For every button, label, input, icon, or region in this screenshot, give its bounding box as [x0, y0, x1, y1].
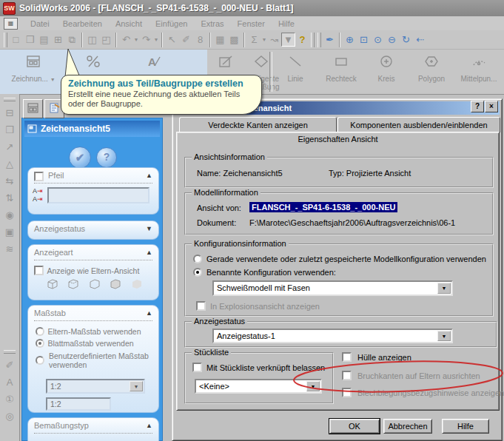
massstab-group-header[interactable]: Maßstab ▲ — [34, 306, 152, 321]
collapse-icon[interactable]: ▲ — [146, 245, 152, 260]
tab-eigenschaften-ansicht[interactable]: Eigenschaften Ansicht — [177, 135, 499, 144]
crop-view-icon[interactable]: ▣ — [2, 225, 17, 240]
dialog-help-button[interactable]: ? — [471, 101, 484, 112]
open-icon[interactable]: ❒ — [23, 33, 37, 47]
tab-verdeckte-kanten[interactable]: Verdeckte Kanten anzeigen — [179, 117, 337, 132]
redo-icon[interactable]: ↷ — [139, 33, 153, 47]
toolbar-grip[interactable] — [4, 33, 7, 47]
collapse-icon[interactable]: ▲ — [146, 306, 152, 320]
detail-view-icon[interactable]: ◉ — [2, 208, 17, 223]
hidden-lines-visible-icon[interactable] — [65, 277, 80, 294]
shaded-with-edges-icon[interactable] — [107, 277, 122, 294]
model-view-icon[interactable]: ❒ — [2, 123, 17, 138]
dropdown-arrow-icon[interactable]: ▼ — [437, 283, 451, 294]
scale-dropdown[interactable]: 1:2 ▼ — [46, 379, 145, 394]
konfiguration-dropdown[interactable]: Schweißmodell mit Fasen ▼ — [212, 280, 453, 296]
toolbar-grip[interactable] — [317, 33, 321, 47]
note-icon[interactable]: A — [2, 375, 17, 390]
zeichnung-button[interactable]: Zeichnun... ▼ — [6, 52, 61, 92]
benannte-konfiguration-radio[interactable] — [193, 268, 202, 277]
menu-fenster[interactable]: Fenster — [231, 18, 272, 30]
benutzerdefiniert-radio[interactable] — [36, 356, 44, 365]
new-document-icon[interactable]: □ — [9, 33, 23, 47]
select-icon[interactable]: ↖ — [165, 33, 179, 47]
close-icon[interactable]: × — [485, 101, 498, 112]
annotation-pencil-icon[interactable]: ✐ — [2, 358, 17, 373]
drawing-sheet-icon[interactable]: ⊞ — [51, 33, 65, 47]
dropdown-arrow-icon[interactable]: ▼ — [130, 381, 143, 391]
anzeigestatus-dropdown[interactable]: Anzeigestatus-1 ▼ — [212, 329, 453, 343]
zoom-inout-icon[interactable]: ⊙ — [371, 33, 385, 47]
update-view-icon[interactable]: ↝ — [267, 33, 281, 47]
pfeil-text-input[interactable] — [47, 187, 149, 203]
sheet-icon[interactable]: ▦ — [4, 18, 18, 30]
blattmassstab-radio[interactable] — [36, 339, 44, 348]
undo-dropdown-icon[interactable]: ▼ — [133, 37, 139, 42]
mittelpunkt-button[interactable]: Mittelpun... — [456, 52, 502, 92]
toolbar-grip[interactable] — [4, 98, 16, 101]
sketch-entity-icon[interactable]: ✐ — [179, 33, 193, 47]
shaded-icon[interactable] — [129, 277, 144, 294]
model-items-icon[interactable]: Σ — [247, 33, 261, 47]
wireframe-icon[interactable] — [44, 277, 59, 294]
panel-help-button[interactable]: ? — [96, 147, 117, 168]
stueckliste-checkbox[interactable] — [192, 363, 202, 372]
anzeigeart-group-header[interactable]: Anzeigeart ▲ — [34, 245, 152, 260]
expand-icon[interactable]: ▼ — [146, 221, 152, 236]
polygon-button[interactable]: Polygon — [409, 52, 454, 92]
menu-ansicht[interactable]: Ansicht — [109, 18, 149, 30]
pan-icon[interactable]: ⇠ — [413, 33, 427, 47]
print-icon[interactable]: ◫ — [85, 33, 99, 47]
aligned-section-icon[interactable]: ⇅ — [2, 191, 17, 206]
rechteck-button[interactable]: Rechteck — [317, 52, 366, 92]
cancel-button[interactable]: Abbrechen — [383, 419, 432, 434]
save-icon[interactable]: ▤ — [37, 33, 51, 47]
attachment-icon[interactable]: 8 — [193, 33, 207, 47]
linie-button[interactable]: Linie — [278, 52, 312, 92]
measure-icon[interactable]: ✒ — [323, 33, 337, 47]
menu-einfuegen[interactable]: Einfügen — [149, 18, 194, 30]
make-drawing-icon[interactable]: ⧉ — [65, 33, 79, 47]
bemassungstyp-group-header[interactable]: Bemaßungstyp ▲ — [34, 418, 152, 434]
hatch-icon[interactable]: ▩ — [227, 33, 241, 47]
toolbar-grip[interactable] — [311, 33, 315, 47]
auxiliary-view-icon[interactable]: △ — [2, 157, 17, 172]
balloon-icon[interactable]: ① — [2, 392, 17, 407]
table-icon[interactable]: ▦ — [213, 33, 227, 47]
aktuelle-konfiguration-radio[interactable] — [193, 255, 202, 263]
eltern-massstab-radio[interactable] — [36, 327, 44, 336]
selection-filter-icon[interactable]: ▼ — [281, 33, 295, 47]
help-icon[interactable]: ? — [295, 33, 309, 47]
zoom-area-icon[interactable]: ⊡ — [357, 33, 371, 47]
undo-icon[interactable]: ↶ — [119, 33, 133, 47]
section-view-icon[interactable]: ⇆ — [2, 174, 17, 189]
hidden-lines-removed-icon[interactable] — [87, 277, 101, 294]
collapse-icon[interactable]: ▲ — [146, 168, 152, 183]
ok-button[interactable]: ✔ — [69, 147, 91, 169]
featuremanager-tab[interactable] — [23, 99, 43, 118]
menu-bearbeiten[interactable]: Bearbeiten — [56, 18, 109, 30]
redo-dropdown-icon[interactable]: ▼ — [153, 37, 159, 42]
standard-3-views-icon[interactable]: ⊟ — [2, 106, 17, 121]
menu-datei[interactable]: Datei — [24, 18, 56, 30]
scale-input[interactable]: 1:2 — [46, 397, 111, 411]
collapse-icon[interactable]: ▲ — [146, 418, 152, 433]
help-button[interactable]: Hilfe — [442, 419, 489, 434]
zoom-fit-icon[interactable]: ⊕ — [343, 33, 357, 47]
menu-hilfe[interactable]: Hilfe — [272, 18, 301, 30]
pfeil-checkbox[interactable] — [34, 172, 44, 181]
rotate-view-icon[interactable]: ↻ — [399, 33, 413, 47]
explosionsansicht-checkbox[interactable] — [196, 301, 206, 311]
menu-extras[interactable]: Extras — [194, 18, 230, 30]
model-items-dropdown-icon[interactable]: ▼ — [261, 37, 267, 42]
projected-view-icon[interactable]: ↗ — [2, 140, 17, 155]
stacked-balloon-icon[interactable]: ◎ — [2, 409, 17, 424]
print-preview-icon[interactable]: ◰ — [99, 33, 113, 47]
anzeigestatus-group-header[interactable]: Anzeigestatus ▼ — [34, 221, 152, 236]
kreis-button[interactable]: Kreis — [369, 52, 404, 92]
dropdown-arrow-icon[interactable]: ▼ — [437, 331, 451, 341]
break-view-icon[interactable]: ≋ — [2, 242, 17, 257]
zoom-out-icon[interactable]: ⊖ — [385, 33, 399, 47]
tab-komponenten[interactable]: Komponenten ausblenden/einblenden — [337, 117, 500, 132]
pfeil-group-header[interactable]: Pfeil ▲ — [34, 168, 152, 184]
